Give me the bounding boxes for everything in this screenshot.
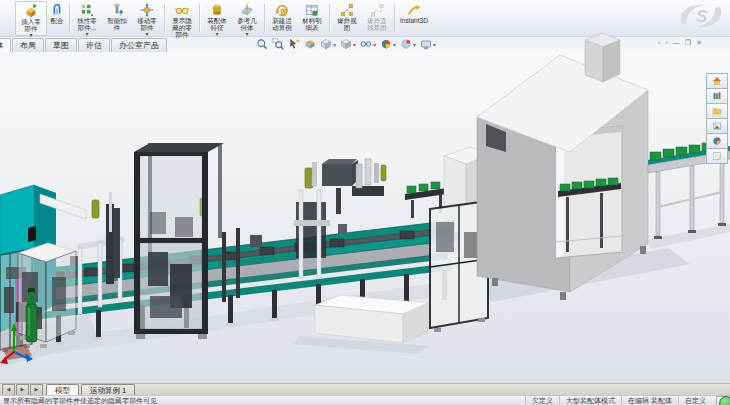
toolbar-button-label: 移动零部件 bbox=[135, 17, 159, 31]
toolbar-button-showhidden[interactable]: 显示隐藏的零部件 bbox=[167, 1, 197, 36]
asmfeat-icon bbox=[210, 3, 224, 17]
appearances-scenes-icon bbox=[712, 136, 722, 146]
command-tabs: 装配体布局草图评估办公室产品 bbox=[0, 38, 168, 52]
station-tower-frame[interactable] bbox=[134, 143, 224, 339]
command-manager-toolbar: 编辑零部件 插入零部件▾配合线性零部件...▾智能扣件移动零部件▾显示隐藏的零部… bbox=[0, 0, 730, 37]
magnified-selection-icon bbox=[288, 38, 300, 50]
explode-icon bbox=[340, 3, 354, 17]
tab-草图[interactable]: 草图 bbox=[45, 38, 77, 52]
zoom-to-fit-icon bbox=[256, 38, 268, 50]
pneumatic-cylinder-cluster[interactable] bbox=[352, 159, 386, 196]
apply-scene-icon bbox=[380, 38, 392, 50]
toolbar-button-label: 智能扣件 bbox=[105, 17, 129, 31]
toolbar-button-move[interactable]: 移动零部件▾ bbox=[132, 1, 162, 36]
toolbar-button-bom[interactable]: 材料明细表 bbox=[297, 1, 327, 36]
floor-white-box[interactable] bbox=[315, 295, 428, 343]
smart-icon bbox=[110, 3, 124, 17]
tab-办公室产品[interactable]: 办公室产品 bbox=[111, 38, 167, 52]
section-view-icon bbox=[304, 38, 316, 50]
window-icon-2[interactable]: ▫ bbox=[665, 39, 667, 47]
toolbar-button-label: 显示隐藏的零部件 bbox=[170, 17, 194, 38]
restore-icon[interactable]: ❐ bbox=[685, 39, 691, 47]
view-settings-button[interactable]: ▾ bbox=[398, 38, 418, 50]
toolbar-button-label: 参考几何体 bbox=[235, 17, 259, 31]
design-library-button[interactable] bbox=[706, 88, 728, 104]
camera-views-button[interactable]: ▾ bbox=[418, 38, 438, 50]
status-bar: 显示所有隐藏的零部件并使选定的隐藏零部件可见 欠定义 大型装配体模式 在编辑 装… bbox=[0, 395, 730, 405]
dropdown-caret-icon[interactable]: ▾ bbox=[353, 41, 356, 48]
document-window-controls: ▫▫—❐✕ bbox=[658, 39, 702, 47]
status-editing-assembly: 在编辑 装配体 bbox=[621, 396, 678, 405]
toolbar-button-refgeo[interactable]: 参考几何体▾ bbox=[232, 1, 262, 36]
dropdown-caret-icon[interactable]: ▾ bbox=[433, 41, 436, 48]
section-view-button[interactable] bbox=[302, 38, 318, 50]
toolbar-separator bbox=[199, 4, 200, 32]
appearances-scenes-button[interactable] bbox=[706, 133, 728, 149]
hide-show-items-icon bbox=[360, 38, 372, 50]
status-definition-state: 欠定义 bbox=[525, 396, 559, 405]
assembly-3d-scene[interactable] bbox=[0, 52, 730, 383]
toolbar-button-label: 装配体特征 bbox=[205, 17, 229, 31]
view-palette-icon bbox=[712, 121, 722, 131]
apply-scene-button[interactable]: ▾ bbox=[378, 38, 398, 50]
linear-icon bbox=[80, 3, 94, 17]
toolbar-button-label: Instant3D bbox=[400, 17, 428, 24]
mate-icon bbox=[50, 3, 64, 17]
status-large-assembly-mode: 大型装配体模式 bbox=[559, 396, 621, 405]
close-icon[interactable]: ✕ bbox=[696, 39, 702, 47]
dropdown-caret-icon[interactable]: ▾ bbox=[373, 41, 376, 48]
toolbar-button-mate[interactable]: 配合 bbox=[47, 1, 67, 36]
quick-tips-icon[interactable] bbox=[719, 396, 730, 405]
dropdown-caret-icon[interactable]: ▾ bbox=[393, 41, 396, 48]
motion-icon bbox=[275, 3, 289, 17]
display-style-button[interactable]: ▾ bbox=[338, 38, 358, 50]
view-orientation-button[interactable]: ▾ bbox=[318, 38, 338, 50]
minimize-icon[interactable]: — bbox=[673, 39, 680, 47]
file-explorer-button[interactable] bbox=[706, 103, 728, 119]
instant3d-icon bbox=[407, 3, 421, 17]
zoom-to-fit-button[interactable] bbox=[254, 38, 270, 50]
heads-up-view-toolbar: ▾▾▾▾▾▾ bbox=[254, 38, 438, 50]
toolbar-button-label: 新建运动算例 bbox=[270, 17, 294, 31]
magnified-selection-button[interactable] bbox=[286, 38, 302, 50]
display-style-icon bbox=[340, 38, 352, 50]
toolbar-button-motion[interactable]: 新建运动算例 bbox=[267, 1, 297, 36]
toolbar-separator bbox=[164, 4, 165, 32]
dropdown-caret-icon[interactable]: ▾ bbox=[333, 41, 336, 48]
toolbar-button-label: 爆炸视图 bbox=[335, 17, 359, 31]
view-orientation-icon bbox=[320, 38, 332, 50]
window-icon-1[interactable]: ▫ bbox=[658, 39, 660, 47]
file-explorer-icon bbox=[712, 106, 722, 116]
rooftop-box bbox=[585, 33, 620, 82]
dropdown-caret-icon[interactable]: ▾ bbox=[413, 41, 416, 48]
toolbar-button-linear[interactable]: 线性零部件...▾ bbox=[72, 1, 102, 36]
solidworks-window: 编辑零部件 插入零部件▾配合线性零部件...▾智能扣件移动零部件▾显示隐藏的零部… bbox=[0, 0, 730, 405]
zoom-to-area-icon bbox=[272, 38, 284, 50]
refgeo-icon bbox=[240, 3, 254, 17]
toolbar-button-label: 插入零部件 bbox=[19, 18, 43, 32]
tab-布局[interactable]: 布局 bbox=[12, 38, 44, 52]
insert-icon bbox=[24, 4, 38, 18]
toolbar-button-label: 线性零部件... bbox=[75, 17, 99, 31]
graphics-viewport[interactable] bbox=[0, 52, 730, 383]
tab-评估[interactable]: 评估 bbox=[78, 38, 110, 52]
view-palette-button[interactable] bbox=[706, 118, 728, 134]
toolbar-button-asmfeat[interactable]: 装配体特征▾ bbox=[202, 1, 232, 36]
custom-properties-button[interactable] bbox=[706, 148, 728, 164]
main-machine-enclosure[interactable] bbox=[477, 33, 648, 300]
status-customize[interactable]: 自定义 bbox=[678, 396, 712, 405]
tab-装配体[interactable]: 装配体 bbox=[0, 38, 11, 52]
zoom-to-area-button[interactable] bbox=[270, 38, 286, 50]
solidworks-resources-button[interactable] bbox=[706, 73, 728, 89]
status-message: 显示所有隐藏的零部件并使选定的隐藏零部件可见 bbox=[3, 396, 525, 405]
solidworks-resources-icon bbox=[712, 76, 722, 86]
design-library-icon bbox=[712, 91, 722, 101]
toolbar-button-insert[interactable]: 插入零部件▾ bbox=[15, 1, 47, 36]
hide-show-items-button[interactable]: ▾ bbox=[358, 38, 378, 50]
toolbar-separator bbox=[69, 4, 70, 32]
toolbar-button-smart[interactable]: 智能扣件 bbox=[102, 1, 132, 36]
toolbar-button-explode[interactable]: 爆炸视图 bbox=[332, 1, 362, 36]
explodesk-icon bbox=[370, 3, 384, 17]
toolbar-button-instant3d[interactable]: Instant3D bbox=[397, 1, 431, 36]
edit-component-button-partial[interactable]: 编辑零部件 bbox=[0, 1, 15, 36]
